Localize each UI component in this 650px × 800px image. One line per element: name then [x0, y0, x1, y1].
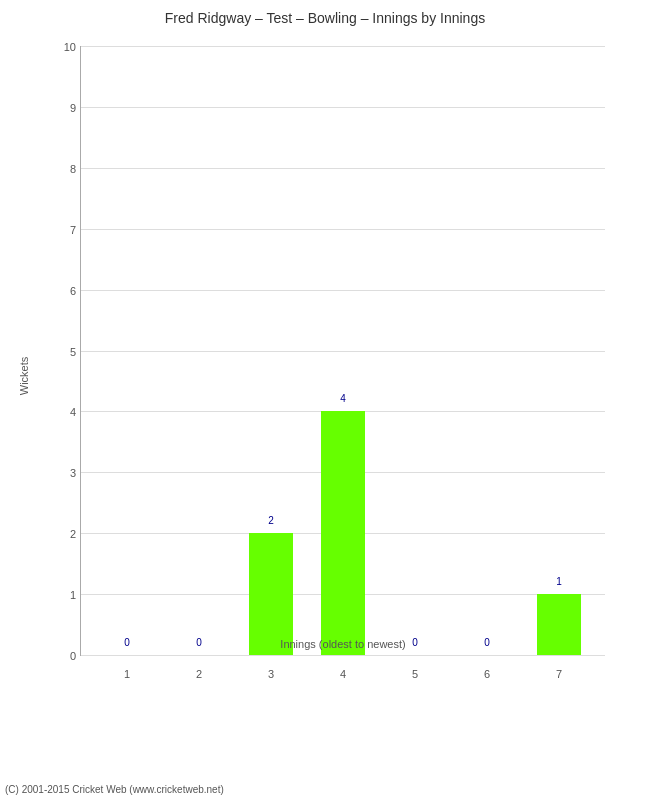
bars-container: 01022344050617 [81, 46, 605, 655]
y-tick-label: 7 [70, 224, 76, 236]
bar-group: 05 [379, 46, 451, 655]
y-tick-label: 4 [70, 406, 76, 418]
plot-area: 012345678910 01022344050617 Innings (old… [80, 46, 605, 656]
y-tick-label: 0 [70, 650, 76, 662]
bar-group: 06 [451, 46, 523, 655]
x-tick-label: 2 [196, 668, 202, 680]
bar-value-label: 0 [484, 637, 490, 648]
bar: 4 [321, 411, 364, 655]
x-tick-label: 3 [268, 668, 274, 680]
x-axis-label: Innings (oldest to newest) [280, 638, 405, 650]
chart-container: Fred Ridgway – Test – Bowling – Innings … [0, 0, 650, 800]
copyright-text: (C) 2001-2015 Cricket Web (www.cricketwe… [5, 784, 224, 795]
y-tick-label: 8 [70, 163, 76, 175]
bar: 1 [537, 594, 580, 655]
chart-title: Fred Ridgway – Test – Bowling – Innings … [165, 10, 485, 26]
bar-group: 01 [91, 46, 163, 655]
x-tick-label: 7 [556, 668, 562, 680]
bar-value-label: 2 [268, 515, 274, 526]
y-tick-label: 2 [70, 528, 76, 540]
bar-group: 44 [307, 46, 379, 655]
bar-value-label: 0 [124, 637, 130, 648]
y-tick-label: 3 [70, 467, 76, 479]
bar-value-label: 4 [340, 393, 346, 404]
y-tick-label: 9 [70, 102, 76, 114]
bar-value-label: 0 [412, 637, 418, 648]
bar-group: 17 [523, 46, 595, 655]
bar-group: 02 [163, 46, 235, 655]
bar-group: 23 [235, 46, 307, 655]
x-tick-label: 4 [340, 668, 346, 680]
bar-value-label: 0 [196, 637, 202, 648]
y-tick-label: 1 [70, 589, 76, 601]
y-tick-label: 10 [64, 41, 76, 53]
bar: 2 [249, 533, 292, 655]
y-axis-label: Wickets [18, 357, 30, 396]
x-tick-label: 5 [412, 668, 418, 680]
y-tick-label: 6 [70, 285, 76, 297]
chart-area: Wickets 012345678910 01022344050617 Inni… [35, 36, 615, 716]
y-tick-label: 5 [70, 346, 76, 358]
x-tick-label: 1 [124, 668, 130, 680]
grid-line: 0 [81, 655, 605, 656]
x-tick-label: 6 [484, 668, 490, 680]
bar-value-label: 1 [556, 576, 562, 587]
